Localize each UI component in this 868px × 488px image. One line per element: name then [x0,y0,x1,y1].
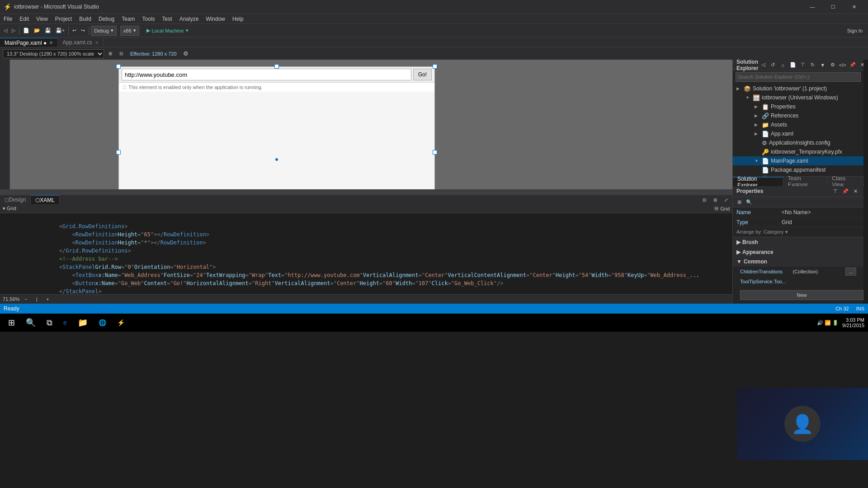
props-search-btn[interactable]: 🔍 [745,197,754,206]
forward-button[interactable]: ▷ [10,25,17,36]
fullscreen-button[interactable]: ⤢ [722,195,731,204]
device-preset-select[interactable]: 13.3" Desktop (1280 x 720) 100% scale [3,49,104,58]
menu-view[interactable]: View [33,15,52,23]
run-button[interactable]: ▶ Local Machine ▾ [143,26,192,36]
expand-button[interactable]: ⊟ [700,195,709,204]
debug-dropdown[interactable]: Debug ▾ [91,26,116,36]
tab-mainpage-close[interactable]: ✕ [49,40,53,45]
se-show-files-btn[interactable]: 📄 [788,61,797,70]
menu-window[interactable]: Window [202,15,229,23]
layout-btn-2[interactable]: ⊟ [117,49,126,58]
props-pin-btn[interactable]: 📌 [841,187,850,196]
menu-edit[interactable]: Edit [16,15,33,23]
platform-dropdown[interactable]: x86 ▾ [120,26,139,36]
tree-item-pfx[interactable]: ▶ 🔑 iotbrowser_TemporaryKey.pfx [733,147,863,156]
new-project-button[interactable]: 📄 [21,25,31,36]
solution-search-input[interactable] [736,72,861,82]
zoom-minus[interactable]: − [21,295,30,304]
se-refresh-btn[interactable]: ↻ [808,61,817,70]
props-section-common[interactable]: ▼ Common [733,257,863,267]
taskbar-explorer[interactable]: 📁 [73,314,92,331]
se-pin-btn[interactable]: 📌 [848,61,857,70]
se-back-btn[interactable]: ◁ [759,61,768,70]
se-collapse-btn[interactable]: ▼ [818,61,827,70]
design-tab[interactable]: ◻ Design [0,195,31,204]
project-item[interactable]: ▼ 🪟 iotbrowser (Universal Windows) [733,93,863,102]
tree-item-properties[interactable]: ▶ 📋 Properties [733,102,863,111]
se-sync-btn[interactable]: ↺ [769,61,778,70]
resize-handle-topright[interactable] [433,64,437,69]
solution-item[interactable]: ▶ 📦 Solution 'iotbrowser' (1 project) [733,84,863,93]
menu-analyze[interactable]: Analyze [176,15,203,23]
sign-in[interactable]: Sign In [847,28,866,33]
menu-tools[interactable]: Tools [139,15,159,23]
tree-item-mainpage[interactable]: ▼ 📄 MainPage.xaml [733,156,863,165]
props-section-brush[interactable]: ▶ Brush [733,237,863,247]
children-transitions-btn[interactable]: … [845,267,856,276]
open-button[interactable]: 📂 [32,25,42,36]
props-tb-1[interactable]: ⊞ [735,197,744,206]
maximize-button[interactable]: ☐ [823,0,844,14]
tab-app-xaml-cs[interactable]: App.xaml.cs ✕ [58,38,103,47]
tree-item-assets[interactable]: ▶ 📁 Assets [733,120,863,129]
close-button[interactable]: ✕ [844,0,864,14]
se-tab-class[interactable]: Class View [827,177,863,186]
tree-item-manifest[interactable]: ▶ 📄 Package.appxmanifest [733,165,863,174]
taskbar-search[interactable]: 🔍 [21,314,40,331]
props-arrange[interactable]: Arrange by: Category ▾ [733,227,863,237]
se-settings-btn[interactable]: ⚙ [828,61,837,70]
layout-btn-1[interactable]: ⊞ [106,49,115,58]
url-input[interactable] [122,69,411,80]
new-button[interactable]: New [740,290,863,300]
taskbar-task-view[interactable]: ⧉ [42,314,57,331]
menu-help[interactable]: Help [229,15,247,23]
se-close-btn[interactable]: ✕ [858,61,867,70]
resize-handle-left[interactable] [116,150,121,155]
scope-right[interactable]: Grid [720,206,730,211]
save-button[interactable]: 💾 [43,25,53,36]
props-sort-btn[interactable]: ⊤ [831,187,840,196]
tree-item-appxaml[interactable]: ▶ 📄 App.xaml [733,129,863,138]
scope-left[interactable]: ▾ Grid [3,206,16,211]
undo-button[interactable]: ↩ [71,25,78,36]
collapse-button[interactable]: ⊞ [711,195,720,204]
center-dot [275,158,278,161]
resize-handle-right[interactable] [433,150,437,155]
tree-item-references[interactable]: ▶ 🔗 References [733,111,863,120]
tab-mainpage-xaml[interactable]: MainPage.xaml ● ✕ [0,38,58,47]
se-code-btn[interactable]: </> [838,61,847,70]
settings-button[interactable]: ⚙ [181,49,190,58]
zoom-slider[interactable]: | [32,295,41,304]
taskbar-vs[interactable]: ⚡ [113,314,129,331]
go-button[interactable]: Go! [413,69,432,80]
taskbar-start[interactable]: ⊞ [4,314,19,331]
tree-item-appinsights[interactable]: ▶ ⚙ ApplicationInsights.config [733,138,863,147]
zoom-plus[interactable]: + [43,295,52,304]
se-filter-btn[interactable]: ⊤ [798,61,807,70]
appearance-arrow: ▶ [736,249,741,255]
resize-handle-topleft[interactable] [116,64,121,69]
menu-file[interactable]: File [0,15,16,23]
code-content[interactable]: <Grid.RowDefinitions> <RowDefinition Hei… [18,213,732,294]
redo-button[interactable]: ↪ [79,25,87,36]
taskbar-chrome[interactable]: 🌐 [94,314,111,331]
save-all-button[interactable]: 💾+ [54,25,66,36]
back-button[interactable]: ◁ [2,25,9,36]
taskbar-edge[interactable]: e [59,314,71,331]
props-section-appearance[interactable]: ▶ Appearance [733,247,863,257]
props-close-btn[interactable]: ✕ [851,187,860,196]
menu-team[interactable]: Team [118,15,138,23]
xaml-tab[interactable]: ⬡ XAML [31,195,60,204]
horizontal-scrollbar[interactable] [0,189,732,195]
minimize-button[interactable]: — [802,0,823,14]
menu-build[interactable]: Build [75,15,95,23]
se-tab-team[interactable]: Team Explorer [783,177,828,186]
resize-handle-top[interactable] [274,64,279,69]
se-home-btn[interactable]: ⌂ [778,61,788,70]
menu-debug[interactable]: Debug [95,15,118,23]
se-tab-solution[interactable]: Solution Explorer [733,177,783,186]
menu-project[interactable]: Project [52,15,75,23]
solution-label: Solution 'iotbrowser' (1 project) [753,85,827,92]
menu-test[interactable]: Test [159,15,176,23]
tab-app-close[interactable]: ✕ [95,40,99,45]
